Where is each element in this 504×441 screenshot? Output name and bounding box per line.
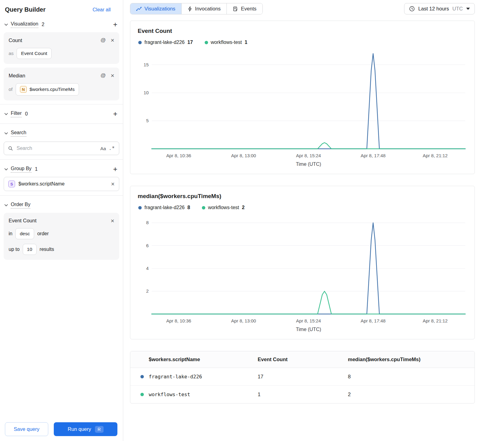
chevron-down-icon[interactable]: [4, 132, 8, 135]
order-label: order: [37, 231, 49, 236]
events-form-icon: [233, 6, 238, 12]
match-case-icon[interactable]: Aa: [100, 146, 106, 151]
column-header-script-name: $workers.scriptName: [130, 351, 255, 368]
median-value: 8: [345, 368, 474, 386]
legend-item-workflows-test[interactable]: workflows-test 2: [202, 205, 245, 210]
svg-text:4: 4: [146, 266, 148, 271]
tab-visualizations-label: Visualizations: [144, 6, 175, 12]
chart-legend: fragrant-lake-d226 17 workflows-test 1: [138, 40, 467, 45]
count-visualization-card: Count @ × as Event Count: [4, 32, 119, 64]
tab-events[interactable]: Events: [226, 3, 262, 14]
time-zone-label: UTC: [452, 6, 463, 12]
group-by-item[interactable]: S $workers.scriptName ×: [4, 177, 119, 191]
series-dot-green: [140, 393, 144, 396]
results-table-card: $workers.scriptName Event Count median($…: [130, 351, 475, 404]
table-header-row: $workers.scriptName Event Count median($…: [130, 351, 474, 368]
script-name: fragrant-lake-d226: [149, 374, 202, 380]
median-card-title: Median: [9, 73, 25, 79]
add-filter-button[interactable]: +: [112, 111, 119, 117]
svg-text:8: 8: [146, 220, 148, 225]
limit-chip[interactable]: 10: [23, 244, 37, 255]
series-dot-green: [205, 41, 208, 44]
tab-invocations-label: Invocations: [195, 6, 221, 12]
remove-count-icon[interactable]: ×: [111, 38, 114, 43]
sidebar-body: Visualization 2 + Count @ × as Event Cou…: [0, 16, 123, 418]
svg-text:Apr 8, 13:00: Apr 8, 13:00: [231, 153, 256, 158]
legend-series-total: 8: [187, 205, 190, 210]
results-table: $workers.scriptName Event Count median($…: [130, 351, 474, 403]
search-input[interactable]: [16, 145, 98, 151]
group-by-count: 1: [35, 166, 38, 172]
median-field-name: $workers.cpuTimeMs: [30, 87, 75, 92]
add-visualization-button[interactable]: +: [112, 21, 119, 28]
time-range-dropdown[interactable]: Last 12 hours UTC: [404, 3, 475, 14]
remove-group-by-icon[interactable]: ×: [111, 181, 115, 186]
chevron-down-icon[interactable]: [4, 168, 8, 170]
median-field-chip[interactable]: N $workers.cpuTimeMs: [16, 83, 79, 96]
count-alias-chip[interactable]: Event Count: [17, 48, 51, 59]
as-label: as: [9, 51, 14, 56]
chevron-down-icon[interactable]: [4, 204, 8, 206]
order-direction-chip[interactable]: desc: [15, 228, 34, 239]
remove-median-icon[interactable]: ×: [111, 73, 114, 78]
chart-title: Event Count: [138, 28, 467, 34]
clear-all-link[interactable]: Clear all: [93, 7, 111, 13]
results-label: results: [40, 247, 54, 252]
tab-invocations[interactable]: Invocations: [181, 3, 226, 14]
event-count-chart-card: Event Count fragrant-lake-d226 17 workfl…: [130, 21, 475, 174]
chevron-down-icon[interactable]: [4, 23, 8, 26]
svg-text:Apr 8, 21:12: Apr 8, 21:12: [423, 153, 448, 158]
legend-item-fragrant-lake[interactable]: fragrant-lake-d226 8: [138, 205, 190, 210]
filter-section-header: Filter 0 +: [4, 106, 120, 121]
main-area: Visualizations Invocations Events: [123, 0, 504, 441]
series-dot-blue: [140, 375, 144, 378]
median-value: 2: [345, 386, 474, 404]
string-type-icon: S: [8, 181, 15, 187]
column-header-event-count: Event Count: [255, 351, 345, 368]
order-by-section-header: Order By: [4, 197, 120, 212]
filter-section-label: Filter: [11, 111, 22, 117]
search-section-label: Search: [11, 130, 26, 137]
number-type-icon: N: [20, 86, 27, 93]
chart-line-icon: [136, 6, 142, 12]
legend-series-name: workflows-test: [208, 205, 239, 210]
chart-title: median($workers.cpuTimeMs): [138, 193, 467, 200]
order-by-field: Event Count: [9, 218, 37, 224]
run-query-shortcut-badge: R: [95, 426, 104, 433]
filter-count: 0: [25, 111, 28, 117]
query-builder-sidebar: Query Builder Clear all Visualization 2 …: [0, 0, 123, 441]
divider: [0, 123, 123, 124]
main-top-bar: Visualizations Invocations Events: [123, 0, 504, 17]
save-query-button[interactable]: Save query: [5, 422, 48, 436]
svg-text:5: 5: [146, 118, 148, 123]
regex-icon[interactable]: .*: [109, 146, 115, 151]
search-box: Aa .*: [4, 142, 119, 155]
lightning-icon: [187, 6, 192, 12]
run-query-button[interactable]: Run query R: [54, 422, 117, 436]
divider: [0, 104, 123, 104]
legend-item-fragrant-lake[interactable]: fragrant-lake-d226 17: [138, 40, 193, 45]
chart-svg: 51015Apr 8, 10:36Apr 8, 13:00Apr 8, 15:2…: [138, 47, 467, 168]
order-by-section-label: Order By: [11, 202, 30, 209]
legend-item-workflows-test[interactable]: workflows-test 1: [205, 40, 247, 45]
main-content: Event Count fragrant-lake-d226 17 workfl…: [123, 17, 504, 441]
event-count-line-chart: 51015Apr 8, 10:36Apr 8, 13:00Apr 8, 15:2…: [138, 47, 467, 170]
remove-order-by-icon[interactable]: ×: [111, 218, 114, 223]
search-section-header: Search: [4, 125, 120, 140]
visualization-count: 2: [42, 22, 45, 27]
chevron-down-icon[interactable]: [4, 113, 8, 115]
up-to-label: up to: [9, 247, 20, 252]
script-name: workflows-test: [149, 392, 190, 397]
at-icon[interactable]: @: [100, 72, 106, 79]
at-icon[interactable]: @: [100, 37, 106, 43]
group-by-section-header: Group By 1 +: [4, 161, 120, 176]
add-group-by-button[interactable]: +: [112, 166, 119, 172]
table-row: workflows-test 1 2: [130, 386, 474, 404]
app-root: Query Builder Clear all Visualization 2 …: [0, 0, 504, 441]
tab-visualizations[interactable]: Visualizations: [130, 3, 181, 14]
svg-text:Apr 8, 17:48: Apr 8, 17:48: [361, 153, 386, 158]
series-dot-blue: [138, 206, 142, 209]
legend-series-name: workflows-test: [211, 40, 242, 45]
legend-series-total: 1: [245, 40, 247, 45]
legend-series-name: fragrant-lake-d226: [144, 205, 185, 210]
